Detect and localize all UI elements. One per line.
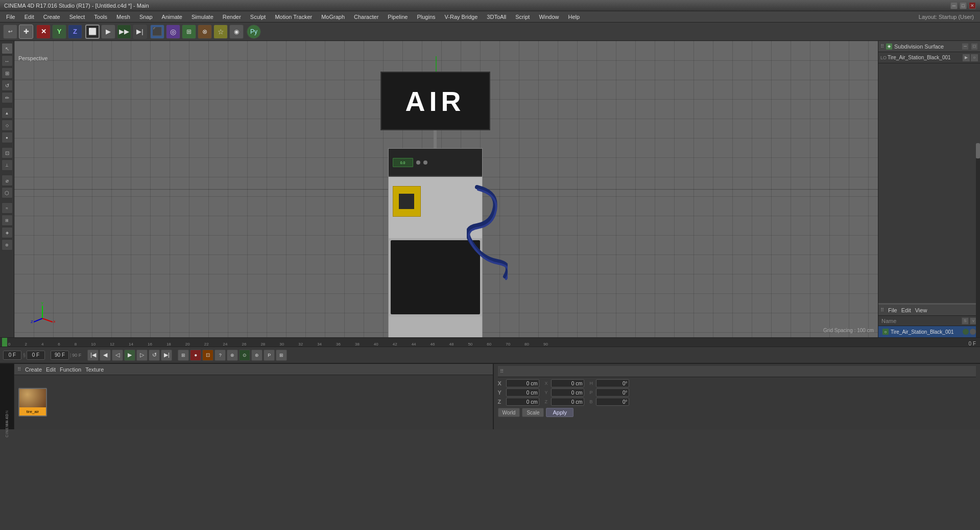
fcurve-btn[interactable]: ⊙ xyxy=(239,350,250,361)
sidebar-icon-terrain[interactable]: ≈ xyxy=(2,202,13,214)
pow-track-btn[interactable]: ⊛ xyxy=(251,350,262,361)
object-list-item-tire[interactable]: ○ Tire_Air_Station_Black_001 xyxy=(878,326,980,337)
menu-motion-tracker[interactable]: Motion Tracker xyxy=(271,13,316,21)
toolbar-render-active[interactable]: ▶ xyxy=(101,25,115,39)
menu-edit[interactable]: Edit xyxy=(20,13,38,21)
menu-3dtoall[interactable]: 3DToAll xyxy=(483,13,510,21)
mat-menu-function[interactable]: Function xyxy=(60,366,81,373)
sidebar-icon-edge[interactable]: ◇ xyxy=(2,120,13,131)
mat-menu-edit[interactable]: Edit xyxy=(46,366,56,373)
autokey-btn[interactable]: ⊡ xyxy=(202,350,213,361)
step-fwd-btn[interactable]: ▷ xyxy=(136,350,148,361)
play-btn[interactable]: ▶ xyxy=(124,350,135,361)
menu-plugins[interactable]: Plugins xyxy=(413,13,439,21)
motion-path-btn[interactable]: P xyxy=(264,350,275,361)
sidebar-icon-select[interactable]: ↖ xyxy=(2,43,13,54)
toolbar-render-region[interactable]: ⬜ xyxy=(85,25,100,39)
layer-key-btn[interactable]: ⊞ xyxy=(276,350,287,361)
apply-button[interactable]: Apply xyxy=(546,408,573,417)
window-controls[interactable]: ─ □ ✕ xyxy=(950,2,976,9)
menu-pipeline[interactable]: Pipeline xyxy=(384,13,412,21)
mat-menu-texture[interactable]: Texture xyxy=(85,366,104,373)
rp-toggle1[interactable]: ▶ xyxy=(963,54,970,61)
b-input[interactable] xyxy=(596,398,629,406)
toolbar-deform[interactable]: ⊗ xyxy=(198,25,212,39)
menu-sculpt[interactable]: Sculpt xyxy=(246,13,270,21)
menu-script[interactable]: Script xyxy=(511,13,534,21)
menu-file[interactable]: File xyxy=(2,13,19,21)
menu-simulate[interactable]: Simulate xyxy=(187,13,218,21)
menu-select[interactable]: Select xyxy=(65,13,89,21)
toolbar-light[interactable]: ☆ xyxy=(213,25,228,39)
sidebar-icon-grid[interactable]: ⊞ xyxy=(2,215,13,226)
material-swatch-tire-air[interactable]: tire_air xyxy=(18,388,47,417)
sidebar-icon-layer[interactable]: ◈ xyxy=(2,227,13,238)
motion-clip-btn[interactable]: ? xyxy=(214,350,226,361)
rp-expand-btn[interactable]: □ xyxy=(971,43,978,50)
sidebar-icon-poly[interactable]: ▲ xyxy=(2,107,13,119)
maximize-button[interactable]: □ xyxy=(960,2,967,9)
current-frame-input[interactable] xyxy=(27,351,45,360)
vis-dot1[interactable] xyxy=(963,329,969,335)
toolbar-mode-y[interactable]: Y xyxy=(52,25,66,39)
sidebar-icon-axis[interactable]: ⊥ xyxy=(2,159,13,171)
loop-btn[interactable]: ↺ xyxy=(149,350,160,361)
sidebar-icon-misc[interactable]: ⊛ xyxy=(2,239,13,250)
play-reverse-btn[interactable]: ◀ xyxy=(100,350,111,361)
om-menu-edit[interactable]: Edit xyxy=(901,307,911,313)
menu-render[interactable]: Render xyxy=(219,13,245,21)
rp-collapse-btn[interactable]: ─ xyxy=(962,43,969,50)
menu-help[interactable]: Help xyxy=(564,13,584,21)
step-back-btn[interactable]: ◁ xyxy=(112,350,123,361)
toolbar-camera[interactable]: ◉ xyxy=(229,25,244,39)
sidebar-icon-scale[interactable]: ⊞ xyxy=(2,67,13,79)
vis-dot2[interactable] xyxy=(970,329,976,335)
om-menu-file[interactable]: File xyxy=(888,307,897,313)
menu-vray[interactable]: V-Ray Bridge xyxy=(441,13,482,21)
toolbar-cube[interactable]: ⬛ xyxy=(150,25,164,39)
start-frame-input[interactable] xyxy=(3,351,21,360)
y2-input[interactable] xyxy=(551,388,584,397)
menu-tools[interactable]: Tools xyxy=(90,13,111,21)
toolbar-undo[interactable]: ↩ xyxy=(3,25,17,39)
x2-input[interactable] xyxy=(551,379,584,387)
toolbar-mode-z[interactable]: Z xyxy=(68,25,82,39)
menu-snap[interactable]: Snap xyxy=(135,13,157,21)
close-button[interactable]: ✕ xyxy=(969,2,976,9)
y-pos-input[interactable] xyxy=(506,388,539,397)
viewport[interactable]: ⠿ View Cameras Display Options Filter Pa… xyxy=(14,41,878,337)
mat-menu-create[interactable]: Create xyxy=(25,366,42,373)
menu-mesh[interactable]: Mesh xyxy=(112,13,134,21)
sidebar-icon-brush[interactable]: ⌀ xyxy=(2,175,13,186)
h-input[interactable] xyxy=(596,379,629,387)
world-mode-btn[interactable]: World xyxy=(498,408,520,417)
sidebar-icon-point[interactable]: ● xyxy=(2,132,13,143)
z2-input[interactable] xyxy=(551,398,584,406)
rp-toggle2[interactable]: ○ xyxy=(971,54,978,61)
layout-dropdown[interactable]: Layout: Startup (User) xyxy=(919,14,978,20)
scrollbar-thumb[interactable] xyxy=(976,143,980,158)
toolbar-mode-x[interactable]: ✕ xyxy=(36,25,51,39)
timeline-btn[interactable]: ⊗ xyxy=(227,350,238,361)
goto-end-btn[interactable]: ▶| xyxy=(161,350,172,361)
minimize-button[interactable]: ─ xyxy=(950,2,958,9)
preview-start-input[interactable] xyxy=(51,351,69,360)
sidebar-icon-rotate[interactable]: ↺ xyxy=(2,80,13,91)
toolbar-mode-object[interactable]: ✚ xyxy=(19,25,33,39)
sidebar-icon-snap[interactable]: ⊡ xyxy=(2,147,13,158)
toolbar-python[interactable]: Py xyxy=(247,25,261,39)
scale-mode-btn[interactable]: Scale xyxy=(522,408,544,417)
menu-character[interactable]: Character xyxy=(350,13,383,21)
toolbar-subdivide[interactable]: ⊞ xyxy=(182,25,196,39)
x-pos-input[interactable] xyxy=(506,379,539,387)
menu-window[interactable]: Window xyxy=(535,13,563,21)
om-menu-view[interactable]: View xyxy=(915,307,927,313)
p-input[interactable] xyxy=(596,388,629,397)
right-panel-scrollbar[interactable] xyxy=(976,143,980,337)
record-mode-btn[interactable]: ⊞ xyxy=(178,350,189,361)
stop-record-btn[interactable]: ● xyxy=(190,350,201,361)
sidebar-icon-paint[interactable]: ⬡ xyxy=(2,187,13,198)
menu-mograph[interactable]: MoGraph xyxy=(317,13,349,21)
menu-create[interactable]: Create xyxy=(39,13,64,21)
goto-start-btn[interactable]: |◀ xyxy=(87,350,99,361)
